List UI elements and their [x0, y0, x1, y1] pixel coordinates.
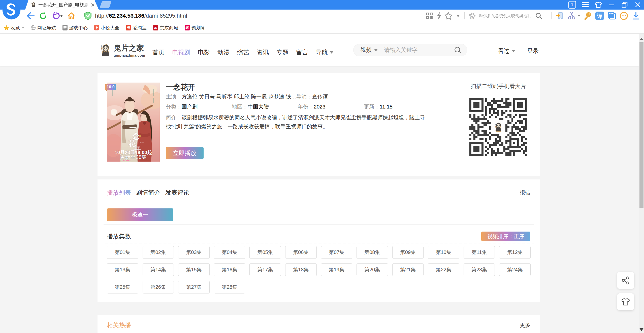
episode-button[interactable]: 第28集 [214, 281, 245, 293]
movie-poster[interactable]: 一 念 花 开 BLOOMING 10月23日18:00起 更新至28集 [107, 83, 160, 162]
related-more-link[interactable]: 更多 [520, 322, 530, 329]
menu-icon[interactable] [582, 1, 589, 9]
security-shield-icon[interactable] [84, 10, 92, 22]
nav-news[interactable]: 资讯 [257, 48, 269, 56]
nav-variety[interactable]: 综艺 [237, 48, 249, 56]
bookmark-taobao[interactable]: 淘 爱淘宝 [126, 25, 147, 31]
favorite-caret-icon[interactable] [455, 10, 461, 22]
scrollbar-thumb[interactable] [639, 42, 643, 208]
favorite-star-icon[interactable] [444, 10, 453, 22]
director-value[interactable]: 查传谊 [312, 93, 328, 100]
source-button[interactable]: 极速一 [107, 208, 173, 221]
nav-message[interactable]: 留言 [296, 48, 308, 56]
site-logo[interactable]: 鬼片之家 guipianzhijia.com [99, 43, 145, 57]
scissors-caret-icon[interactable] [577, 10, 581, 22]
episode-button[interactable]: 第18集 [285, 263, 317, 276]
episode-button[interactable]: 第15集 [178, 263, 210, 276]
skin-theme-icon[interactable] [595, 1, 602, 9]
bookmark-jd[interactable]: JD 京东商城 [153, 25, 178, 31]
minimize-button[interactable] [608, 1, 615, 9]
search-category[interactable]: 视频 [361, 46, 372, 54]
refresh-icon[interactable] [38, 10, 48, 22]
episode-button[interactable]: 第12集 [499, 246, 531, 259]
watched-link[interactable]: 看过 [498, 47, 515, 55]
download-icon[interactable] [631, 10, 640, 22]
translate-icon[interactable]: 译 [595, 10, 604, 22]
nav-topics[interactable]: 专题 [276, 48, 288, 56]
bookmark-novels[interactable]: 小说大全 [94, 25, 119, 31]
episode-button[interactable]: 第20集 [357, 263, 388, 276]
year-value[interactable]: 2023 [314, 103, 326, 110]
episode-button[interactable]: 第09集 [392, 246, 424, 259]
episode-button[interactable]: 第25集 [107, 281, 138, 293]
sort-order-badge[interactable]: 视频排序：正序 [481, 232, 530, 241]
scroll-up-arrow[interactable] [639, 36, 644, 41]
new-tab-button[interactable] [100, 1, 112, 8]
flash-icon[interactable] [435, 10, 443, 22]
assist-search-icon[interactable] [535, 10, 543, 22]
episode-button[interactable]: 第21集 [392, 263, 424, 276]
search-input[interactable]: 请输入关键字 [384, 46, 454, 54]
tab-playlist[interactable]: 播放列表 [107, 189, 131, 197]
episode-button[interactable]: 第26集 [143, 281, 174, 293]
episode-button[interactable]: 第05集 [249, 246, 281, 259]
episode-button[interactable]: 第19集 [321, 263, 352, 276]
episode-button[interactable]: 第03集 [178, 246, 210, 259]
close-window-button[interactable] [634, 1, 641, 9]
episode-button[interactable]: 第22集 [428, 263, 459, 276]
tab-close-icon[interactable] [90, 3, 96, 7]
bookmark-juhuasuan[interactable]: 聚 聚划算 [185, 25, 206, 31]
share-button[interactable] [617, 272, 634, 289]
region-value[interactable]: 中国大陆 [248, 103, 269, 110]
episode-button[interactable]: 第01集 [107, 246, 138, 259]
login-link[interactable]: 登录 [527, 47, 539, 55]
nav-links[interactable]: 导航 [316, 48, 333, 56]
bookmark-game-center[interactable]: 游戏中心 [62, 25, 88, 31]
scrollbar[interactable] [639, 34, 644, 333]
more-tools-icon[interactable] [619, 10, 628, 22]
episode-button[interactable]: 第06集 [285, 246, 317, 259]
episode-button[interactable]: 第04集 [214, 246, 245, 259]
episode-button[interactable]: 第08集 [357, 246, 388, 259]
nav-anime[interactable]: 动漫 [217, 48, 230, 56]
scroll-down-arrow[interactable] [639, 327, 644, 332]
site-search[interactable]: 视频 请输入关键字 [353, 44, 467, 56]
screenshot-scissors-icon[interactable] [567, 10, 576, 22]
play-now-button[interactable]: 立即播放 [166, 147, 204, 159]
category-value[interactable]: 国产剧 [182, 103, 198, 110]
episode-button[interactable]: 第23集 [464, 263, 495, 276]
address-bar[interactable]: http://62.234.53.186/dami-85295.html [95, 10, 187, 22]
episode-button[interactable]: 第13集 [107, 263, 138, 276]
password-key-icon[interactable] [583, 10, 592, 22]
qr-toolbar-icon[interactable] [425, 10, 433, 22]
bookmark-nav-site[interactable]: 网址导航 [30, 25, 56, 31]
nav-movie[interactable]: 电影 [198, 48, 210, 56]
cast-value[interactable]: 方逸伦 黄日莹 马昕墨 邱士纶 陈一辰 赵梦迪 钱… [182, 93, 296, 100]
tab-plot[interactable]: 剧情简介 [136, 189, 160, 197]
skin-button[interactable] [617, 293, 634, 310]
episode-button[interactable]: 第11集 [464, 246, 495, 259]
episode-button[interactable]: 第17集 [249, 263, 281, 276]
tab-manager-icon[interactable] [607, 10, 616, 22]
assist-search-query[interactable]: 摩尔多瓦总统爱犬咬伤奥地利总 [479, 10, 532, 22]
undo-caret-icon[interactable] [59, 10, 63, 22]
episode-button[interactable]: 第07集 [321, 246, 352, 259]
home-icon[interactable] [67, 10, 76, 22]
nav-tv[interactable]: 电视剧 [172, 48, 190, 56]
report-error-link[interactable]: 报错 [520, 189, 530, 196]
restore-button[interactable] [621, 1, 628, 9]
tab-comments[interactable]: 发表评论 [165, 189, 189, 197]
send-to-phone-icon[interactable] [555, 10, 564, 22]
baidu-paw-icon[interactable]: du [468, 10, 476, 22]
episode-button[interactable]: 第10集 [428, 246, 459, 259]
tab-count-button[interactable]: 1 [568, 1, 576, 9]
episode-button[interactable]: 第27集 [178, 281, 210, 293]
episode-button[interactable]: 第02集 [143, 246, 174, 259]
episode-button[interactable]: 第14集 [143, 263, 174, 276]
episode-button[interactable]: 第24集 [499, 263, 531, 276]
nav-home[interactable]: 首页 [152, 48, 165, 56]
back-icon[interactable] [26, 10, 36, 22]
episode-button[interactable]: 第16集 [214, 263, 245, 276]
search-icon[interactable] [454, 46, 462, 54]
browser-tab[interactable]: 一念花开_国产剧_电视剧 [25, 0, 99, 10]
